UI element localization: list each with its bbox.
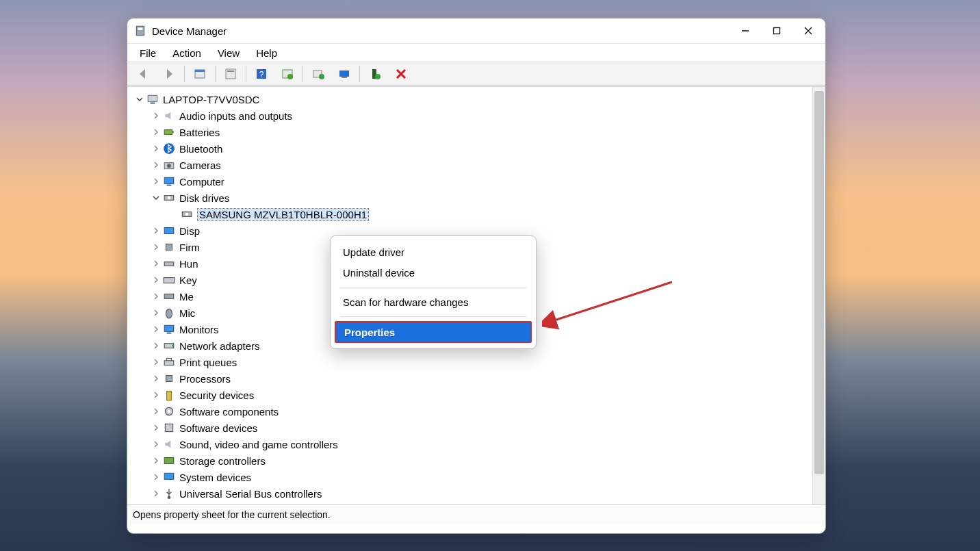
category-audio[interactable]: Audio inputs and outputs xyxy=(131,107,812,124)
context-update-driver[interactable]: Update driver xyxy=(331,242,536,262)
menu-view[interactable]: View xyxy=(209,46,248,60)
chevron-right-icon[interactable] xyxy=(152,112,160,120)
chevron-right-icon[interactable] xyxy=(152,342,160,350)
chevron-right-icon[interactable] xyxy=(152,407,160,415)
chevron-right-icon[interactable] xyxy=(152,424,160,432)
mouse-icon xyxy=(163,307,175,319)
toolbar: ? xyxy=(127,62,825,86)
network-icon xyxy=(163,339,175,352)
properties-toolbar-button[interactable] xyxy=(218,64,243,84)
device-samsung-disk[interactable]: SAMSUNG MZVLB1T0HBLR-000H1 xyxy=(131,206,812,222)
chevron-right-icon[interactable] xyxy=(152,128,160,136)
chevron-right-icon[interactable] xyxy=(152,292,160,300)
context-separator xyxy=(340,287,526,287)
category-batteries[interactable]: Batteries xyxy=(131,124,812,140)
close-button[interactable] xyxy=(792,20,824,42)
chevron-right-icon[interactable] xyxy=(152,489,160,498)
root-node[interactable]: LAPTOP-T7VV0SDC xyxy=(131,91,812,107)
app-icon xyxy=(134,25,146,37)
menu-help[interactable]: Help xyxy=(248,46,285,60)
context-scan-hardware[interactable]: Scan for hardware changes xyxy=(331,292,536,312)
svg-rect-41 xyxy=(164,325,174,331)
title-bar[interactable]: Device Manager xyxy=(127,18,825,43)
chevron-right-icon[interactable] xyxy=(152,243,160,251)
category-storage[interactable]: Storage controllers xyxy=(131,452,812,469)
category-disk-drives[interactable]: Disk drives xyxy=(131,190,812,206)
disk-icon xyxy=(181,208,193,220)
context-properties[interactable]: Properties xyxy=(335,321,532,343)
chevron-right-icon[interactable] xyxy=(152,161,160,169)
category-usb-connector[interactable]: USB Connector Managers xyxy=(131,502,812,504)
chevron-right-icon[interactable] xyxy=(152,276,160,284)
storage-controller-icon xyxy=(163,454,175,467)
chevron-right-icon[interactable] xyxy=(152,177,160,185)
svg-point-34 xyxy=(185,213,189,216)
category-software-components[interactable]: Software components xyxy=(131,403,812,420)
svg-text:?: ? xyxy=(259,70,264,79)
svg-rect-7 xyxy=(195,70,205,72)
chevron-down-icon[interactable] xyxy=(152,194,160,202)
speaker-icon xyxy=(163,110,175,122)
svg-point-28 xyxy=(167,164,171,168)
update-driver-toolbar-button[interactable] xyxy=(275,64,300,84)
chevron-down-icon[interactable] xyxy=(136,95,144,103)
monitor-icon xyxy=(163,175,175,188)
category-processors[interactable]: Processors xyxy=(131,370,812,387)
svg-rect-51 xyxy=(165,424,172,431)
camera-icon xyxy=(163,159,175,171)
printer-icon xyxy=(163,356,175,368)
category-bluetooth[interactable]: Bluetooth xyxy=(131,140,812,157)
category-sound[interactable]: Sound, video and game controllers xyxy=(131,436,812,452)
chevron-right-icon[interactable] xyxy=(152,144,160,153)
scrollbar-thumb[interactable] xyxy=(814,91,824,474)
uninstall-toolbar-button[interactable] xyxy=(306,64,331,84)
chevron-right-icon[interactable] xyxy=(152,391,160,399)
category-security[interactable]: Security devices xyxy=(131,387,812,403)
svg-rect-23 xyxy=(151,103,155,104)
scan-hardware-toolbar-button[interactable] xyxy=(332,64,357,84)
chevron-right-icon[interactable] xyxy=(152,325,160,333)
battery-icon xyxy=(163,126,175,138)
remove-toolbar-button[interactable] xyxy=(389,64,413,84)
category-computer[interactable]: Computer xyxy=(131,173,812,190)
computer-icon xyxy=(146,93,159,105)
category-usb[interactable]: Universal Serial Bus controllers xyxy=(131,485,812,502)
bluetooth-icon xyxy=(163,142,175,155)
chevron-right-icon[interactable] xyxy=(152,440,160,448)
gear-icon xyxy=(163,405,175,418)
svg-rect-30 xyxy=(167,185,172,186)
svg-point-40 xyxy=(166,309,172,318)
chevron-right-icon[interactable] xyxy=(152,309,160,317)
forward-button[interactable] xyxy=(157,64,181,84)
chevron-right-icon[interactable] xyxy=(152,259,160,268)
chevron-right-icon[interactable] xyxy=(152,374,160,383)
svg-point-13 xyxy=(287,74,293,79)
svg-rect-0 xyxy=(136,26,144,36)
chip-icon xyxy=(163,241,175,253)
help-toolbar-button[interactable]: ? xyxy=(249,64,274,84)
svg-rect-17 xyxy=(341,77,347,78)
minimize-button[interactable] xyxy=(730,20,761,42)
svg-point-19 xyxy=(375,74,381,79)
software-icon xyxy=(163,422,175,434)
category-cameras[interactable]: Cameras xyxy=(131,157,812,173)
chevron-right-icon[interactable] xyxy=(152,473,160,481)
maximize-button[interactable] xyxy=(761,20,792,42)
category-print[interactable]: Print queues xyxy=(131,354,812,370)
desktop-background: Device Manager File Action View Help ? xyxy=(0,0,980,551)
chevron-right-icon[interactable] xyxy=(152,227,160,235)
vertical-scrollbar[interactable] xyxy=(812,87,825,504)
menu-action[interactable]: Action xyxy=(164,46,209,60)
category-system[interactable]: System devices xyxy=(131,469,812,485)
show-hidden-button[interactable] xyxy=(188,64,212,84)
svg-point-50 xyxy=(168,410,171,413)
add-legacy-toolbar-button[interactable] xyxy=(363,64,387,84)
category-software-devices[interactable]: Software devices xyxy=(131,420,812,436)
svg-rect-37 xyxy=(164,262,174,266)
menu-file[interactable]: File xyxy=(131,46,164,60)
back-button[interactable] xyxy=(131,64,155,84)
chevron-right-icon[interactable] xyxy=(152,358,160,366)
context-uninstall-device[interactable]: Uninstall device xyxy=(331,262,536,283)
chevron-right-icon[interactable] xyxy=(152,457,160,465)
svg-rect-48 xyxy=(167,391,172,400)
